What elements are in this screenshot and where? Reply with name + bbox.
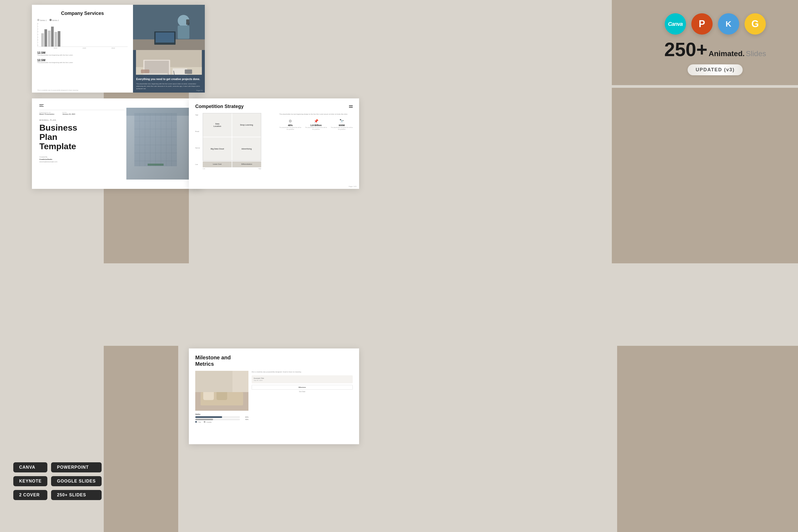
svg-rect-12	[141, 70, 150, 73]
badge-powerpoint: POWERPOINT	[51, 462, 101, 472]
y-axis-labels: High Broad Narrow Low	[195, 113, 203, 166]
comp-stat1-desc: The placeholder text great this will be …	[279, 127, 301, 130]
series-legend: Series 1 Series 2	[37, 19, 128, 21]
comp-right: The placeholder be test beginning design…	[279, 113, 353, 169]
bg-accent-right-mid	[612, 88, 798, 263]
cs-title: Company Services	[37, 11, 128, 16]
comp-title: Competition Strategy	[195, 104, 244, 109]
bp-right	[125, 104, 195, 183]
legend-dot-title	[195, 421, 197, 423]
svg-rect-16	[185, 70, 192, 74]
series1-dot	[37, 19, 39, 21]
badge-250-slides: 250+ SLIDES	[51, 490, 101, 500]
bar	[48, 31, 51, 46]
matrix-wrap-inner: DataLocation Deep Learning Big Data Clou…	[203, 113, 261, 169]
canva-icon: Canva	[665, 13, 686, 35]
bar	[41, 33, 44, 46]
ms-example-title: Example Title	[254, 377, 350, 379]
progress-bar-2-fill	[195, 419, 213, 420]
bp-date-val: January 22, 2024	[62, 113, 75, 115]
slides-count-number: 250+	[664, 39, 707, 60]
cs-stat2-val: 12.5M	[37, 58, 128, 62]
comp-stat3-desc: The placeholder text great this will be …	[331, 127, 353, 130]
progress-bar-2-wrap	[195, 419, 240, 420]
animated-label: Animated.	[709, 50, 744, 58]
building-svg	[126, 108, 193, 179]
comp-stats: ⚙ 48% The placeholder text great this wi…	[279, 119, 353, 130]
badge-canva: CANVA	[13, 462, 48, 472]
bp-hamburger-icon	[39, 104, 125, 107]
slides-word: Slides	[746, 50, 766, 58]
badge-section: CANVA POWERPOINT KEYNOTE GOOGLE SLIDES 2…	[13, 462, 101, 500]
ms-example-date: Sep 28, 2024	[254, 380, 350, 381]
cs-photo-svg	[133, 5, 205, 50]
bg-accent-bottom-left	[104, 346, 178, 532]
slide-company-services: Company Services Series 1 Series 2 87654…	[32, 5, 205, 93]
y-axis: 876543210	[38, 23, 38, 46]
comp-stat-3: 🔭 600M The placeholder text great this w…	[331, 119, 353, 130]
comp-page-num: Page / 123	[349, 186, 357, 187]
svg-rect-4	[186, 19, 189, 25]
badge-google-slides: GOOGLE SLIDES	[51, 476, 101, 486]
ms-due-date: Dot Date	[252, 391, 353, 392]
comp-matrix: High Broad Narrow Low DataLocation Deep …	[195, 113, 275, 169]
progress-pct-1: 60%	[241, 416, 248, 418]
bar	[55, 32, 57, 46]
series2-dot	[50, 19, 52, 21]
bp-meta-row: PREPARED BY Miami' Presentation DATE Jan…	[39, 110, 125, 115]
comp-body: High Broad Narrow Low DataLocation Deep …	[195, 113, 353, 169]
comp-stat2-icon: 📌	[305, 119, 327, 123]
comp-stat-1: ⚙ 48% The placeholder text great this wi…	[279, 119, 301, 130]
bg-accent-bottom-right	[617, 346, 798, 532]
ms-example-card: Example Title Sep 28, 2024	[252, 375, 353, 383]
powerpoint-icon: P	[691, 13, 712, 35]
x-axis: 201820202022	[41, 48, 128, 49]
matrix-cell-data-location: DataLocation	[203, 113, 232, 137]
bp-title: Business Plan Template	[39, 123, 125, 151]
cs-right-panel: Everything you need to get creative proj…	[133, 5, 205, 93]
cs-stat2-desc: The placeholder text beginning with the …	[37, 62, 128, 64]
matrix-bottom-row: Lower Cost Differentiation	[203, 162, 261, 167]
cs-page-num: Page/ 51	[196, 90, 203, 91]
updated-badge: UPDATED (v3)	[688, 64, 743, 75]
slide-business-plan: PREPARED BY Miami' Presentation DATE Jan…	[32, 98, 202, 189]
bp-prepared-val: Miami' Presentation	[39, 113, 54, 115]
ms-milestone-btn: Milestone	[252, 385, 353, 390]
progress-bar-1-wrap	[195, 416, 240, 418]
cs-stat1-val: 12.5M	[37, 51, 128, 54]
ms-photo-svg	[195, 371, 248, 411]
svg-rect-3	[178, 25, 189, 39]
ms-right: this is creativity-was purposefully desi…	[252, 371, 353, 423]
slides-count: 250+ Animated. Slides	[664, 40, 766, 59]
bar-chart: 876543210	[37, 23, 128, 47]
keynote-icon: K	[718, 13, 739, 35]
progress-pct-2: 40%	[241, 419, 248, 420]
comp-stat2-val: 1.8 Billion	[305, 124, 327, 127]
cs-lower-panel: Everything you need to get creative proj…	[133, 50, 205, 93]
slide-competition: Competition Strategy High Broad Narrow L…	[189, 98, 359, 189]
svg-rect-40	[232, 371, 248, 392]
svg-rect-7	[156, 33, 174, 42]
bp-left: PREPARED BY Miami' Presentation DATE Jan…	[39, 104, 125, 183]
progress-row-1: 60%	[195, 416, 248, 418]
platform-section: Canva P K G 250+ Animated. Slides UPDATE…	[664, 13, 766, 75]
ms-right-text: this is creativity-was purposefully desi…	[252, 371, 353, 373]
matrix-y-axis-wrap: High Broad Narrow Low DataLocation Deep …	[195, 113, 275, 169]
cs-stat1-desc: The placeholder text beginning with the …	[37, 54, 128, 56]
svg-rect-34	[126, 108, 193, 179]
ms-left: Skills: 60% 40% • Title • Subtitle	[195, 371, 248, 423]
comp-stat1-val: 48%	[279, 124, 301, 127]
x-axis-end-labels: Low High	[203, 168, 261, 169]
slide-milestone: Milestone and Metrics	[189, 348, 359, 444]
ms-photo	[195, 371, 248, 411]
platform-icons: Canva P K G	[665, 13, 766, 35]
progress-bar-1-fill	[195, 416, 222, 418]
building-image	[126, 108, 193, 179]
matrix-cell-deep-learning: Deep Learning	[232, 113, 261, 137]
comp-stat2-desc: The placeholder text great this will be …	[305, 127, 327, 130]
cs-bottom-note: This is creativity was to purposefully d…	[37, 89, 78, 91]
matrix-cell-differentiation: Differentiation	[232, 162, 261, 167]
cs-overlay-text: The placeholder text, beginning with the…	[136, 83, 202, 90]
comp-desc: The placeholder be test beginning design…	[279, 113, 353, 116]
google-slides-icon: G	[744, 13, 766, 35]
